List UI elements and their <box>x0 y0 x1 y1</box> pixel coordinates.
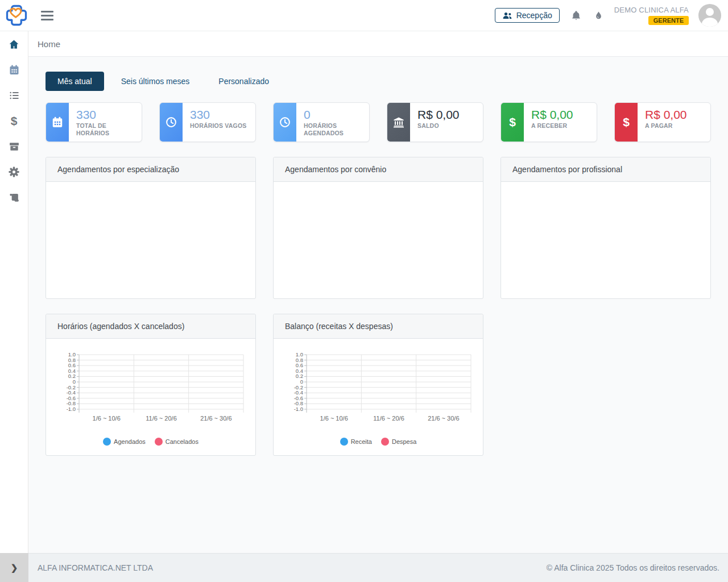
stat-cards-row: 330 TOTAL DE HORÁRIOS 330 HORÁRIOS VAGOS <box>46 102 711 142</box>
sidebar-nav: $ <box>0 31 28 553</box>
users-icon <box>502 11 512 20</box>
legend-label: Despesa <box>392 438 416 445</box>
sidebar-expand-button[interactable]: ❯ <box>0 553 28 582</box>
calendar-icon <box>9 64 20 76</box>
card-horarios-vagos: 330 HORÁRIOS VAGOS <box>159 102 256 142</box>
card-value: 0 <box>304 108 367 121</box>
card-accent <box>46 103 69 142</box>
dollar-icon: $ <box>11 115 18 127</box>
svg-text:-1.0: -1.0 <box>294 406 303 412</box>
svg-text:11/6 ~ 20/6: 11/6 ~ 20/6 <box>146 415 177 422</box>
card-label: HORÁRIOS AGENDADOS <box>304 122 367 137</box>
user-name: DEMO CLINICA ALFA <box>614 6 689 14</box>
card-value: R$ 0,00 <box>417 108 460 121</box>
notifications-button[interactable] <box>569 10 583 22</box>
period-tabs: Mês atual Seis últimos meses Personaliza… <box>46 72 711 91</box>
chevron-right-icon: ❯ <box>11 563 18 573</box>
panel-agendamentos-convenio: Agendamentos por convênio <box>273 157 483 299</box>
dashboard-content: Mês atual Seis últimos meses Personaliza… <box>28 57 728 553</box>
legend-label: Agendados <box>114 438 146 445</box>
card-accent: $ <box>501 103 524 142</box>
card-accent: $ <box>615 103 638 142</box>
panel-title: Horários (agendados X cancelados) <box>46 314 255 339</box>
card-a-pagar: $ R$ 0,00 A PAGAR <box>614 102 711 142</box>
footer-company: ALFA INFORMATICA.NET LTDA <box>38 563 153 572</box>
sidebar-item-home[interactable] <box>0 31 28 57</box>
card-accent <box>387 103 410 142</box>
bell-icon <box>570 10 582 22</box>
tab-personalizado[interactable]: Personalizado <box>206 72 281 91</box>
top-bar: Recepção DEMO CLINICA ALFA GERENTE <box>0 0 728 31</box>
chart-legend: AgendadosCancelados <box>46 438 255 446</box>
sidebar-item-arquivo[interactable] <box>0 134 28 159</box>
horarios-chart: 1.00.80.60.40.20-0.2-0.4-0.6-0.8-1.01/6 … <box>46 339 255 434</box>
dollar-icon: $ <box>623 115 630 129</box>
card-value: 330 <box>190 108 246 121</box>
panels-row-2: Horários (agendados X cancelados) 1.00.8… <box>46 314 711 456</box>
clock-icon <box>165 116 177 128</box>
panel-body-empty <box>274 182 483 298</box>
sidebar-item-financeiro[interactable]: $ <box>0 108 28 134</box>
tab-mes-atual[interactable]: Mês atual <box>46 72 104 91</box>
list-icon <box>9 90 20 101</box>
clock-icon <box>279 116 291 128</box>
user-role-badge: GERENTE <box>648 16 689 25</box>
breadcrumb-home[interactable]: Home <box>38 39 60 49</box>
card-value: 330 <box>76 108 139 121</box>
card-value: R$ 0,00 <box>531 108 573 121</box>
sidebar-item-lists[interactable] <box>0 82 28 108</box>
legend-dot <box>155 438 163 446</box>
bank-icon <box>392 116 405 128</box>
card-label: A PAGAR <box>645 122 687 130</box>
card-saldo: R$ 0,00 SALDO <box>387 102 483 142</box>
user-info: DEMO CLINICA ALFA GERENTE <box>614 6 689 25</box>
card-total-horarios: 330 TOTAL DE HORÁRIOS <box>46 102 142 142</box>
panel-title: Agendamentos por especialização <box>46 157 255 182</box>
svg-text:21/6 ~ 30/6: 21/6 ~ 30/6 <box>428 415 459 422</box>
sidebar-item-contratos[interactable] <box>0 185 28 210</box>
drop-icon <box>594 10 603 22</box>
panel-horarios-chart: Horários (agendados X cancelados) 1.00.8… <box>46 314 256 456</box>
panel-title: Balanço (receitas X despesas) <box>274 314 483 339</box>
legend-label: Receita <box>351 438 372 445</box>
sidebar-item-configuracoes[interactable] <box>0 159 28 185</box>
footer: ❯ ALFA INFORMATICA.NET LTDA © Alfa Clini… <box>0 553 728 582</box>
card-label: TOTAL DE HORÁRIOS <box>76 122 139 137</box>
legend-dot <box>103 438 111 446</box>
recepcao-button-label: Recepção <box>516 11 552 20</box>
panel-body-empty <box>501 182 710 298</box>
calendar-icon <box>51 116 64 128</box>
panel-agendamentos-especializacao: Agendamentos por especialização <box>46 157 256 299</box>
legend-dot <box>381 438 389 446</box>
panel-agendamentos-profissional: Agendamentos por profissional <box>500 157 711 299</box>
balanco-chart: 1.00.80.60.40.20-0.2-0.4-0.6-0.8-1.01/6 … <box>274 339 483 434</box>
contract-icon <box>9 192 20 203</box>
app-logo[interactable] <box>3 2 30 28</box>
card-accent <box>274 103 296 142</box>
card-a-receber: $ R$ 0,00 A RECEBER <box>500 102 597 142</box>
legend-label: Cancelados <box>166 438 198 445</box>
legend-item-receita[interactable]: Receita <box>340 438 372 446</box>
svg-text:1/6 ~ 10/6: 1/6 ~ 10/6 <box>93 415 121 422</box>
footer-copyright: © Alfa Clinica 2025 Todos os direitos re… <box>547 563 719 572</box>
user-avatar[interactable] <box>698 4 721 27</box>
gear-icon <box>8 166 20 178</box>
svg-text:1/6 ~ 10/6: 1/6 ~ 10/6 <box>320 415 348 422</box>
panel-title: Agendamentos por profissional <box>501 157 710 182</box>
panel-body-empty <box>46 182 255 298</box>
panel-title: Agendamentos por convênio <box>274 157 483 182</box>
card-label: A RECEBER <box>531 122 573 130</box>
panel-balanco-chart: Balanço (receitas X despesas) 1.00.80.60… <box>273 314 483 456</box>
legend-item-agendados[interactable]: Agendados <box>103 438 146 446</box>
card-label: HORÁRIOS VAGOS <box>190 122 246 130</box>
svg-text:-1.0: -1.0 <box>67 406 76 412</box>
card-label: SALDO <box>417 122 460 130</box>
tab-seis-ultimos-meses[interactable]: Seis últimos meses <box>109 72 202 91</box>
legend-item-despesa[interactable]: Despesa <box>381 438 416 446</box>
sidebar-item-agenda[interactable] <box>0 57 28 82</box>
hotkeys-button[interactable] <box>593 10 605 22</box>
svg-text:21/6 ~ 30/6: 21/6 ~ 30/6 <box>200 415 231 422</box>
menu-toggle-button[interactable] <box>41 8 56 23</box>
legend-item-cancelados[interactable]: Cancelados <box>155 438 198 446</box>
recepcao-button[interactable]: Recepção <box>495 8 560 23</box>
